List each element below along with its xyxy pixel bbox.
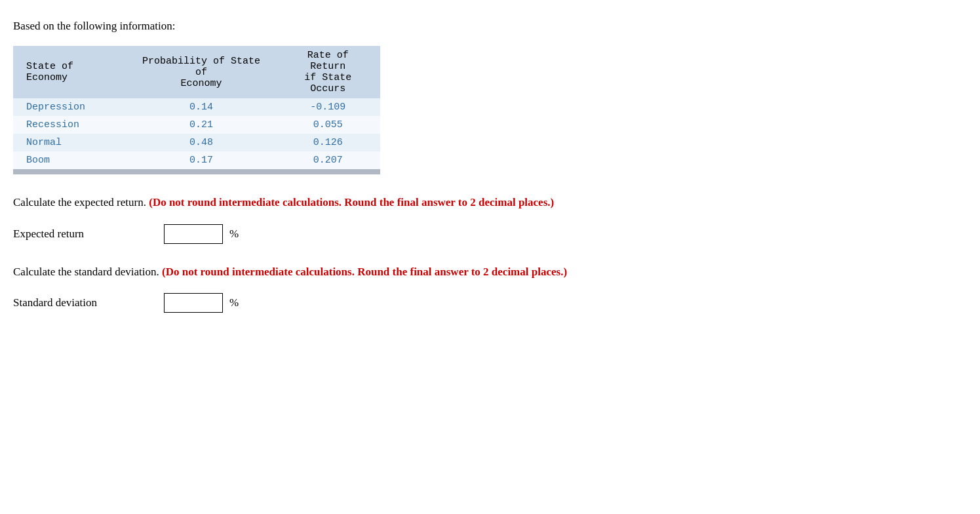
table-row: Depression0.14-0.109 — [13, 98, 380, 116]
rate-cell: 0.126 — [275, 134, 380, 151]
state-cell: Normal — [13, 134, 127, 151]
sd-instruction: (Do not round intermediate calculations.… — [162, 266, 567, 278]
state-cell: Recession — [13, 116, 127, 134]
col1-header: State of Economy — [13, 46, 127, 98]
expected-return-percent: % — [229, 227, 239, 241]
col3-header: Rate of Return if State Occurs — [275, 46, 380, 98]
er-prefix: Calculate the expected return. — [13, 196, 149, 208]
std-dev-row: Standard deviation % — [13, 293, 967, 313]
probability-cell: 0.48 — [127, 134, 276, 151]
expected-return-row: Expected return % — [13, 224, 967, 244]
expected-return-label: Expected return — [13, 227, 157, 241]
state-cell: Boom — [13, 151, 127, 169]
probability-cell: 0.21 — [127, 116, 276, 134]
expected-return-block: Calculate the expected return. (Do not r… — [13, 194, 967, 244]
data-table: State of Economy Probability of State of… — [13, 46, 380, 174]
table-footer — [13, 169, 380, 174]
er-instruction: (Do not round intermediate calculations.… — [149, 196, 554, 208]
intro-text: Based on the following information: — [13, 20, 967, 33]
state-cell: Depression — [13, 98, 127, 116]
std-dev-block: Calculate the standard deviation. (Do no… — [13, 264, 967, 313]
probability-cell: 0.17 — [127, 151, 276, 169]
std-dev-input[interactable] — [164, 293, 223, 313]
table-row: Recession0.210.055 — [13, 116, 380, 134]
sd-prefix: Calculate the standard deviation. — [13, 266, 162, 278]
expected-return-question: Calculate the expected return. (Do not r… — [13, 194, 967, 211]
table-row: Normal0.480.126 — [13, 134, 380, 151]
probability-cell: 0.14 — [127, 98, 276, 116]
std-dev-question: Calculate the standard deviation. (Do no… — [13, 264, 967, 281]
col2-header: Probability of State of Economy — [127, 46, 276, 98]
table-row: Boom0.170.207 — [13, 151, 380, 169]
std-dev-label: Standard deviation — [13, 296, 157, 309]
rate-cell: -0.109 — [275, 98, 380, 116]
expected-return-input[interactable] — [164, 224, 223, 244]
std-dev-percent: % — [229, 296, 239, 309]
rate-cell: 0.055 — [275, 116, 380, 134]
rate-cell: 0.207 — [275, 151, 380, 169]
